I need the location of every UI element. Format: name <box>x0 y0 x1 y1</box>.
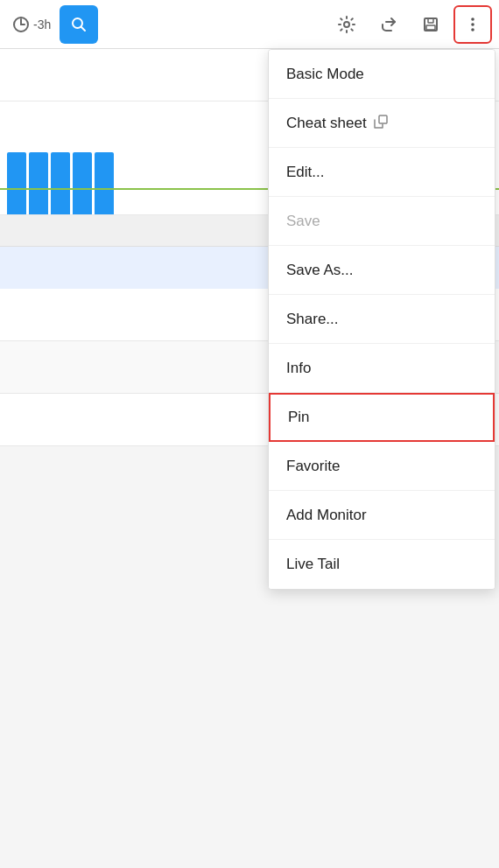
menu-item-save: Save <box>269 197 495 246</box>
gear-icon <box>338 16 355 33</box>
bar-5 <box>95 152 114 214</box>
external-link-icon <box>374 115 388 131</box>
settings-button[interactable] <box>327 5 366 44</box>
menu-item-info[interactable]: Info <box>269 344 495 393</box>
svg-point-12 <box>471 28 474 32</box>
time-label: -3h <box>33 18 51 32</box>
svg-line-4 <box>81 26 86 31</box>
bar-1 <box>7 152 26 214</box>
bar-3 <box>51 152 70 214</box>
more-vertical-icon <box>464 16 481 33</box>
svg-point-10 <box>471 18 474 21</box>
menu-item-share[interactable]: Share... <box>269 295 495 344</box>
svg-rect-13 <box>379 116 387 123</box>
time-range[interactable]: -3h <box>7 16 56 33</box>
svg-point-5 <box>344 22 349 27</box>
menu-item-edit[interactable]: Edit... <box>269 148 495 197</box>
search-button[interactable] <box>60 5 98 44</box>
menu-item-pin[interactable]: Pin <box>269 393 495 442</box>
menu-item-live-tail[interactable]: Live Tail <box>269 540 495 589</box>
menu-item-favorite[interactable]: Favorite <box>269 442 495 491</box>
search-icon <box>70 16 88 33</box>
main-container: -3h <box>0 0 499 868</box>
menu-item-add-monitor[interactable]: Add Monitor <box>269 491 495 540</box>
svg-rect-9 <box>426 25 435 30</box>
more-button[interactable] <box>453 5 492 44</box>
menu-item-basic-mode[interactable]: Basic Mode <box>269 50 495 99</box>
svg-rect-8 <box>428 18 433 23</box>
share-icon <box>380 16 397 33</box>
clock-icon <box>12 16 30 33</box>
menu-item-cheat-sheet[interactable]: Cheat sheet <box>269 99 495 148</box>
menu-item-save-as[interactable]: Save As... <box>269 246 495 295</box>
bar-4 <box>73 152 92 214</box>
svg-point-11 <box>471 23 474 26</box>
floppy-icon <box>422 16 439 33</box>
dropdown-menu: Basic Mode Cheat sheet Edit... Save Save… <box>268 49 495 590</box>
toolbar: -3h <box>0 0 499 49</box>
save-button[interactable] <box>411 5 450 44</box>
share-button[interactable] <box>369 5 408 44</box>
bar-2 <box>29 152 48 214</box>
